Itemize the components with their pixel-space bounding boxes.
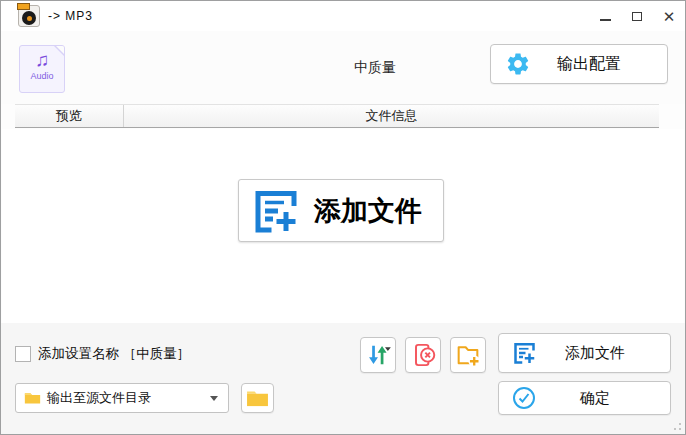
window-title: -> MP3 (48, 9, 93, 23)
close-button[interactable]: ✕ (653, 1, 685, 31)
audio-format-badge: ♫ Audio (19, 45, 65, 93)
toolbar: ♫ Audio 中质量 输出配置 (1, 31, 685, 104)
music-note-icon: ♫ (35, 50, 49, 71)
browse-folder-button[interactable] (241, 383, 274, 413)
audio-format-label: Audio (30, 71, 53, 81)
remove-file-button[interactable] (405, 337, 441, 373)
output-config-button[interactable]: 输出配置 (490, 44, 668, 84)
sort-arrows-icon (364, 341, 392, 369)
window-controls: ✕ (589, 1, 685, 31)
mp3-disc-icon (18, 5, 40, 27)
column-header-preview[interactable]: 预览 (15, 105, 124, 127)
confirm-label: 确定 (536, 389, 654, 408)
add-files-big-label: 添加文件 (299, 193, 437, 229)
title-bar: -> MP3 ✕ (1, 1, 685, 31)
check-circle-icon (512, 386, 536, 410)
close-icon: ✕ (663, 9, 676, 24)
folder-plus-icon (454, 341, 482, 369)
add-files-label: 添加文件 (536, 344, 654, 363)
maximize-icon (632, 12, 642, 21)
file-list-area: 添加文件 (2, 129, 684, 323)
resize-grip[interactable] (668, 417, 682, 431)
file-table-header: 预览 文件信息 (15, 104, 659, 128)
sort-order-button[interactable] (360, 337, 396, 373)
chevron-down-icon (210, 396, 218, 401)
folder-icon (246, 389, 269, 408)
bottom-panel: 添加设置名称 ［中质量］ (1, 323, 685, 434)
add-files-button[interactable]: 添加文件 (498, 333, 671, 373)
disc-shape (22, 11, 36, 25)
remove-file-icon (409, 341, 437, 369)
output-config-label: 输出配置 (531, 54, 647, 75)
page-fold (55, 45, 65, 55)
column-header-fileinfo[interactable]: 文件信息 (124, 105, 659, 127)
document-plus-icon (251, 187, 299, 235)
app-window: -> MP3 ✕ ♫ Audio 中质量 输出配置 预览 文件信息 (0, 0, 686, 435)
gear-icon (505, 51, 531, 77)
append-name-checkbox-row[interactable]: 添加设置名称 ［中质量］ (15, 345, 190, 363)
output-dir-select[interactable]: 输出至源文件目录 (15, 383, 229, 413)
folder-icon (24, 391, 41, 405)
append-name-label: 添加设置名称 ［中质量］ (38, 345, 190, 363)
add-files-big-button[interactable]: 添加文件 (238, 179, 444, 242)
append-name-checkbox[interactable] (15, 346, 31, 362)
maximize-button[interactable] (621, 1, 653, 31)
add-folder-button[interactable] (450, 337, 486, 373)
mp3-tag (17, 3, 30, 10)
minimize-icon (600, 19, 611, 21)
document-plus-icon (512, 341, 536, 365)
confirm-button[interactable]: 确定 (498, 381, 671, 415)
output-dir-value: 输出至源文件目录 (47, 389, 210, 407)
minimize-button[interactable] (589, 1, 621, 31)
